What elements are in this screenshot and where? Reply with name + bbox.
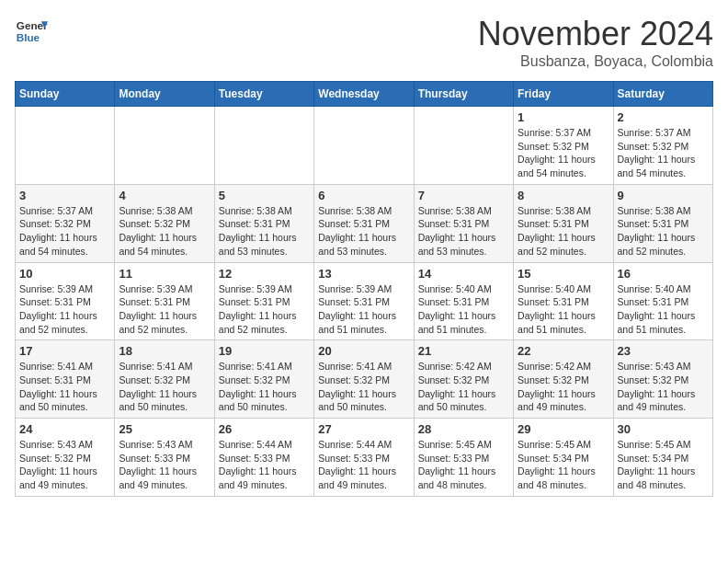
calendar-cell: 9Sunrise: 5:38 AM Sunset: 5:31 PM Daylig… [613, 184, 712, 262]
day-number: 23 [618, 344, 709, 358]
day-info: Sunrise: 5:37 AM Sunset: 5:32 PM Dayligh… [19, 204, 110, 259]
day-info: Sunrise: 5:42 AM Sunset: 5:32 PM Dayligh… [418, 360, 509, 414]
calendar-cell [214, 107, 313, 185]
page-header: General Blue November 2024 Busbanza, Boy… [15, 15, 713, 70]
calendar-cell: 26Sunrise: 5:44 AM Sunset: 5:33 PM Dayli… [214, 419, 313, 497]
calendar-cell: 21Sunrise: 5:42 AM Sunset: 5:32 PM Dayli… [414, 340, 513, 419]
calendar-cell: 4Sunrise: 5:38 AM Sunset: 5:32 PM Daylig… [115, 184, 214, 262]
day-info: Sunrise: 5:42 AM Sunset: 5:32 PM Dayligh… [518, 360, 609, 414]
day-number: 18 [119, 344, 210, 358]
day-number: 5 [219, 189, 310, 202]
weekday-header-friday: Friday [514, 82, 613, 107]
day-number: 17 [19, 344, 110, 358]
day-info: Sunrise: 5:37 AM Sunset: 5:32 PM Dayligh… [518, 126, 609, 180]
day-info: Sunrise: 5:38 AM Sunset: 5:32 PM Dayligh… [119, 204, 210, 259]
day-info: Sunrise: 5:38 AM Sunset: 5:31 PM Dayligh… [618, 204, 709, 259]
location: Busbanza, Boyaca, Colombia [478, 53, 713, 70]
day-number: 13 [318, 267, 409, 281]
day-number: 12 [219, 267, 310, 281]
day-info: Sunrise: 5:43 AM Sunset: 5:32 PM Dayligh… [19, 438, 110, 492]
calendar-cell: 22Sunrise: 5:42 AM Sunset: 5:32 PM Dayli… [514, 340, 613, 419]
day-info: Sunrise: 5:45 AM Sunset: 5:34 PM Dayligh… [618, 438, 709, 492]
day-number: 30 [618, 422, 709, 436]
svg-text:Blue: Blue [17, 31, 40, 43]
weekday-header-sunday: Sunday [16, 82, 115, 107]
calendar-cell: 29Sunrise: 5:45 AM Sunset: 5:34 PM Dayli… [514, 419, 613, 497]
day-number: 19 [219, 344, 310, 358]
month-title: November 2024 [478, 15, 713, 53]
calendar-cell: 18Sunrise: 5:41 AM Sunset: 5:32 PM Dayli… [115, 340, 214, 419]
week-row-5: 24Sunrise: 5:43 AM Sunset: 5:32 PM Dayli… [16, 419, 713, 497]
day-number: 27 [318, 422, 409, 436]
calendar-cell [414, 107, 513, 185]
calendar-cell: 1Sunrise: 5:37 AM Sunset: 5:32 PM Daylig… [514, 107, 613, 185]
day-info: Sunrise: 5:37 AM Sunset: 5:32 PM Dayligh… [618, 126, 709, 180]
calendar-cell: 27Sunrise: 5:44 AM Sunset: 5:33 PM Dayli… [314, 419, 414, 497]
day-number: 25 [119, 422, 210, 436]
calendar-cell: 28Sunrise: 5:45 AM Sunset: 5:33 PM Dayli… [414, 419, 513, 497]
calendar-cell: 30Sunrise: 5:45 AM Sunset: 5:34 PM Dayli… [613, 419, 712, 497]
day-number: 28 [418, 422, 509, 436]
day-info: Sunrise: 5:40 AM Sunset: 5:31 PM Dayligh… [418, 282, 509, 337]
calendar-cell: 3Sunrise: 5:37 AM Sunset: 5:32 PM Daylig… [16, 184, 115, 262]
day-info: Sunrise: 5:45 AM Sunset: 5:33 PM Dayligh… [418, 438, 509, 492]
week-row-3: 10Sunrise: 5:39 AM Sunset: 5:31 PM Dayli… [16, 262, 713, 340]
day-number: 4 [119, 189, 210, 202]
day-number: 1 [518, 110, 609, 124]
calendar-cell: 7Sunrise: 5:38 AM Sunset: 5:31 PM Daylig… [414, 184, 513, 262]
calendar-cell: 11Sunrise: 5:39 AM Sunset: 5:31 PM Dayli… [115, 262, 214, 340]
day-number: 26 [219, 422, 310, 436]
day-info: Sunrise: 5:43 AM Sunset: 5:33 PM Dayligh… [119, 438, 210, 492]
calendar-cell: 17Sunrise: 5:41 AM Sunset: 5:31 PM Dayli… [16, 340, 115, 419]
day-number: 2 [618, 110, 709, 124]
calendar-cell: 25Sunrise: 5:43 AM Sunset: 5:33 PM Dayli… [115, 419, 214, 497]
day-info: Sunrise: 5:39 AM Sunset: 5:31 PM Dayligh… [219, 282, 310, 337]
day-number: 16 [618, 267, 709, 281]
day-info: Sunrise: 5:43 AM Sunset: 5:32 PM Dayligh… [618, 360, 709, 414]
day-info: Sunrise: 5:39 AM Sunset: 5:31 PM Dayligh… [318, 282, 409, 337]
calendar-cell [115, 107, 214, 185]
day-number: 11 [119, 267, 210, 281]
day-number: 7 [418, 189, 509, 202]
calendar-cell: 13Sunrise: 5:39 AM Sunset: 5:31 PM Dayli… [314, 262, 414, 340]
calendar-cell: 6Sunrise: 5:38 AM Sunset: 5:31 PM Daylig… [314, 184, 414, 262]
day-number: 15 [518, 267, 609, 281]
weekday-header-monday: Monday [115, 82, 214, 107]
day-number: 10 [19, 267, 110, 281]
day-info: Sunrise: 5:38 AM Sunset: 5:31 PM Dayligh… [518, 204, 609, 259]
calendar-cell: 24Sunrise: 5:43 AM Sunset: 5:32 PM Dayli… [16, 419, 115, 497]
weekday-header-thursday: Thursday [414, 82, 513, 107]
day-number: 29 [518, 422, 609, 436]
weekday-header-row: SundayMondayTuesdayWednesdayThursdayFrid… [16, 82, 713, 107]
calendar-cell: 2Sunrise: 5:37 AM Sunset: 5:32 PM Daylig… [613, 107, 712, 185]
logo-icon: General Blue [15, 15, 48, 48]
calendar-cell: 10Sunrise: 5:39 AM Sunset: 5:31 PM Dayli… [16, 262, 115, 340]
day-info: Sunrise: 5:44 AM Sunset: 5:33 PM Dayligh… [318, 438, 409, 492]
calendar-cell: 19Sunrise: 5:41 AM Sunset: 5:32 PM Dayli… [214, 340, 313, 419]
calendar-table: SundayMondayTuesdayWednesdayThursdayFrid… [15, 81, 713, 497]
day-info: Sunrise: 5:41 AM Sunset: 5:31 PM Dayligh… [19, 360, 110, 414]
day-info: Sunrise: 5:39 AM Sunset: 5:31 PM Dayligh… [119, 282, 210, 337]
day-info: Sunrise: 5:41 AM Sunset: 5:32 PM Dayligh… [219, 360, 310, 414]
calendar-cell [314, 107, 414, 185]
day-info: Sunrise: 5:38 AM Sunset: 5:31 PM Dayligh… [219, 204, 310, 259]
calendar-cell: 14Sunrise: 5:40 AM Sunset: 5:31 PM Dayli… [414, 262, 513, 340]
calendar-cell: 20Sunrise: 5:41 AM Sunset: 5:32 PM Dayli… [314, 340, 414, 419]
day-number: 3 [19, 189, 110, 202]
calendar-cell: 15Sunrise: 5:40 AM Sunset: 5:31 PM Dayli… [514, 262, 613, 340]
day-info: Sunrise: 5:38 AM Sunset: 5:31 PM Dayligh… [418, 204, 509, 259]
day-info: Sunrise: 5:41 AM Sunset: 5:32 PM Dayligh… [318, 360, 409, 414]
weekday-header-saturday: Saturday [613, 82, 712, 107]
day-info: Sunrise: 5:44 AM Sunset: 5:33 PM Dayligh… [219, 438, 310, 492]
day-number: 14 [418, 267, 509, 281]
day-info: Sunrise: 5:38 AM Sunset: 5:31 PM Dayligh… [318, 204, 409, 259]
day-number: 20 [318, 344, 409, 358]
day-info: Sunrise: 5:40 AM Sunset: 5:31 PM Dayligh… [518, 282, 609, 337]
day-number: 24 [19, 422, 110, 436]
day-info: Sunrise: 5:41 AM Sunset: 5:32 PM Dayligh… [119, 360, 210, 414]
day-number: 22 [518, 344, 609, 358]
logo: General Blue [15, 15, 48, 48]
week-row-4: 17Sunrise: 5:41 AM Sunset: 5:31 PM Dayli… [16, 340, 713, 419]
weekday-header-tuesday: Tuesday [214, 82, 313, 107]
week-row-2: 3Sunrise: 5:37 AM Sunset: 5:32 PM Daylig… [16, 184, 713, 262]
